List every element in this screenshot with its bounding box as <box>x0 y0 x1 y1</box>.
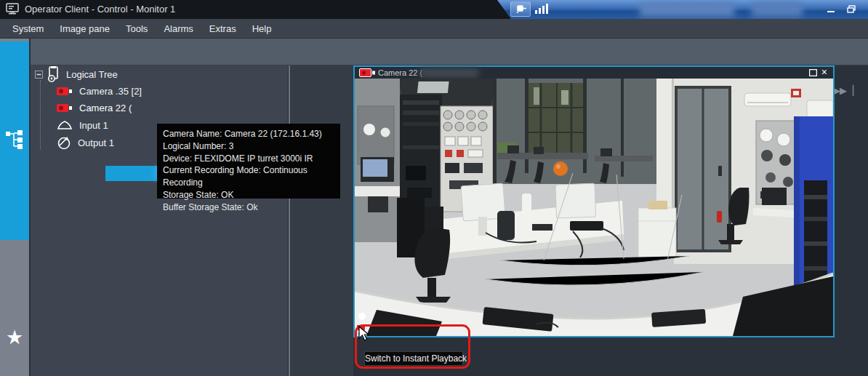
menu-image-pane[interactable]: Image pane <box>53 20 119 38</box>
tooltip-line: Camera Name: Camera 22 (172.16.1.43) <box>163 128 334 140</box>
title-bar: Operator Client - Control - Monitor 1 <box>0 0 868 19</box>
menu-system[interactable]: System <box>6 20 53 38</box>
left-sidebar: ★ <box>0 39 29 376</box>
minimize-button[interactable] <box>823 3 839 15</box>
menu-help[interactable]: Help <box>246 20 281 38</box>
tree-item-label: Output 1 <box>78 137 114 148</box>
toolbar: ★ [+] ▏◀◀ ▏◀ ◀ ▮▮ ▶ ▶▕ ▶▶▕ <box>0 39 868 65</box>
recording-camera-icon <box>359 68 375 77</box>
tree-root-label: Logical Tree <box>66 69 118 80</box>
logical-tree-panel: Logical Tree Camera .35 [2] Camera 22 ( … <box>31 65 288 376</box>
image-pane-camera-22[interactable]: Camera 22 ( × <box>353 65 835 337</box>
menu-extras[interactable]: Extras <box>203 20 246 38</box>
image-pane-background <box>290 65 353 376</box>
app-monitor-icon <box>6 3 19 15</box>
menu-tools[interactable]: Tools <box>119 20 157 38</box>
star-icon: ★ <box>6 327 23 348</box>
redacted-blur <box>640 2 734 17</box>
tooltip-line: Buffer Storage State: Ok <box>163 201 334 214</box>
instant-playback-tooltip: Switch to Instant Playback <box>364 351 463 366</box>
docked-title-strip <box>497 0 868 19</box>
menu-bar: System Image pane Tools Alarms Extras He… <box>0 19 868 39</box>
tooltip-line: Logical Number: 3 <box>163 140 334 153</box>
redacted-blur <box>420 68 478 77</box>
fast-forward-button[interactable]: ▶▶▕ <box>833 85 852 96</box>
tree-item-input-1[interactable]: Input 1 <box>57 118 108 133</box>
pin-button[interactable] <box>510 1 531 17</box>
close-pane-button[interactable]: × <box>821 68 827 77</box>
camera-icon <box>57 103 73 113</box>
operator-client-window: Operator Client - Control - Monitor 1 Sy… <box>0 0 868 376</box>
mouse-cursor <box>358 326 371 342</box>
tree-item-camera-22[interactable]: Camera 22 ( <box>57 100 132 116</box>
camera-icon <box>57 87 73 96</box>
camera-info-tooltip: Camera Name: Camera 22 (172.16.1.43) Log… <box>157 124 340 199</box>
signal-bars-icon <box>535 4 548 14</box>
logical-tree-tab[interactable] <box>0 41 29 240</box>
tree-item-label: Input 1 <box>79 120 108 131</box>
tree-item-label: Camera .35 [2] <box>79 86 142 97</box>
restore-button[interactable] <box>843 3 859 15</box>
tree-item-label: Camera 22 ( <box>79 103 132 113</box>
tooltip-line: Current Recording Mode: Continuous Recor… <box>163 164 334 189</box>
redacted-blur <box>752 2 803 17</box>
menu-alarms[interactable]: Alarms <box>157 20 202 38</box>
tree-item-camera-35[interactable]: Camera .35 [2] <box>57 84 142 99</box>
pane-indicator-dot <box>358 313 366 320</box>
tree-item-output-1[interactable]: Output 1 <box>57 135 114 151</box>
tree-root-row[interactable]: Logical Tree <box>35 67 118 81</box>
tooltip-line: Storage State: OK <box>163 189 334 201</box>
window-title: Operator Client - Control - Monitor 1 <box>25 4 175 15</box>
collapse-expander[interactable] <box>35 71 43 79</box>
input-icon <box>57 120 73 131</box>
image-pane-header[interactable]: Camera 22 ( × <box>355 67 833 79</box>
logical-tree-icon <box>47 66 60 82</box>
output-icon <box>57 136 71 151</box>
maximize-pane-button[interactable] <box>809 69 817 76</box>
image-pane-title: Camera 22 ( <box>378 68 422 77</box>
tooltip-line: Device: FLEXIDOME IP turret 3000i IR <box>163 153 334 165</box>
camera-scene-image <box>355 79 833 336</box>
favorites-tab[interactable]: ★ <box>0 326 29 349</box>
tree-structure-icon <box>6 130 23 149</box>
